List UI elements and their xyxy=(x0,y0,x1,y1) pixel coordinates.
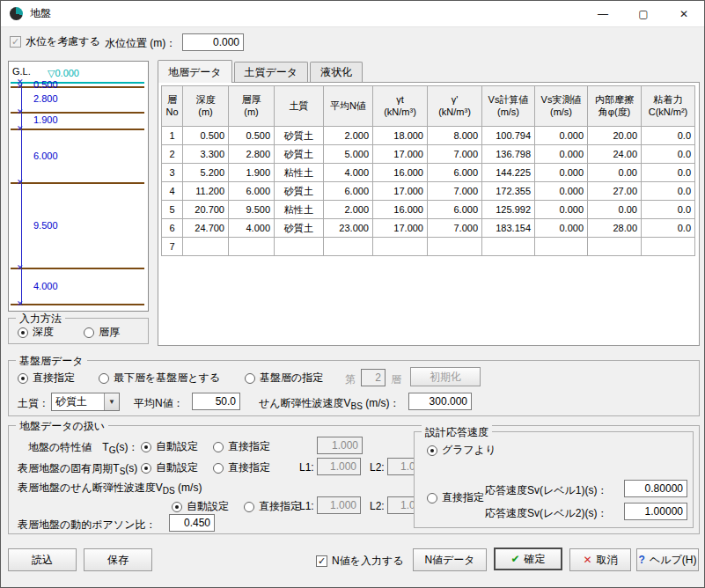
grid-cell[interactable]: 27.00 xyxy=(588,182,642,201)
radio-response-graph[interactable]: グラフより xyxy=(427,443,496,458)
grid-cell[interactable]: 11.200 xyxy=(183,182,229,201)
grid-cell[interactable]: 0.00 xyxy=(588,164,642,182)
sv1-input[interactable] xyxy=(624,480,687,497)
grid-cell[interactable]: 2.000 xyxy=(324,201,373,219)
grid-cell[interactable]: 0.000 xyxy=(535,201,588,219)
radio-vds-auto[interactable]: 自動設定 xyxy=(172,499,229,514)
grid-cell[interactable] xyxy=(229,238,275,256)
radio-tg-auto[interactable]: 自動設定 xyxy=(141,439,198,454)
maximize-button[interactable]: ▢ xyxy=(623,1,664,26)
grid-cell[interactable] xyxy=(482,238,535,256)
grid-cell[interactable]: 砂質土 xyxy=(275,182,324,201)
grid-cell[interactable]: 粘性土 xyxy=(275,201,324,219)
grid-cell[interactable]: 8.000 xyxy=(428,127,482,145)
grid-cell[interactable]: 20.00 xyxy=(588,127,642,145)
grid-cell[interactable]: 7.000 xyxy=(428,145,482,164)
tab-liquefaction[interactable]: 液状化 xyxy=(310,62,363,83)
cancel-button[interactable]: ✕取消 xyxy=(569,548,631,571)
grid-cell[interactable]: 125.992 xyxy=(482,201,535,219)
tab-layer-data[interactable]: 地層データ xyxy=(158,60,232,83)
avg-n-input[interactable] xyxy=(192,393,240,410)
poisson-input[interactable] xyxy=(169,514,215,532)
save-button[interactable]: 保存 xyxy=(84,548,152,571)
base-layer-number-input[interactable] xyxy=(361,369,386,386)
grid-cell[interactable]: 4.000 xyxy=(229,219,275,238)
grid-cell[interactable]: 17.000 xyxy=(373,219,428,238)
grid-cell[interactable]: 0.000 xyxy=(535,145,588,164)
grid-cell[interactable]: 144.225 xyxy=(482,164,535,182)
ts-l1-input[interactable] xyxy=(317,458,361,475)
water-position-input[interactable] xyxy=(182,33,244,51)
grid-cell[interactable]: 183.154 xyxy=(482,219,535,238)
grid-cell[interactable]: 0.00 xyxy=(588,201,642,219)
grid-cell[interactable]: 6.000 xyxy=(324,182,373,201)
grid-cell[interactable]: 18.000 xyxy=(373,127,428,145)
grid-cell[interactable]: 0.000 xyxy=(535,164,588,182)
grid-cell[interactable] xyxy=(324,238,373,256)
radio-base-specify[interactable]: 基盤層の指定 xyxy=(245,371,323,386)
consider-water-checkbox[interactable]: ✓ 水位を考慮する xyxy=(10,34,100,49)
grid-cell[interactable]: 24.700 xyxy=(183,219,229,238)
grid-cell[interactable]: 0.0 xyxy=(642,182,695,201)
tg-input[interactable] xyxy=(317,437,363,454)
grid-cell[interactable]: 136.798 xyxy=(482,145,535,164)
grid-cell[interactable]: 1.900 xyxy=(229,164,275,182)
grid-cell[interactable]: 0.000 xyxy=(535,127,588,145)
grid-cell[interactable]: 9.500 xyxy=(229,201,275,219)
grid-cell[interactable]: 23.000 xyxy=(324,219,373,238)
grid-cell[interactable]: 20.700 xyxy=(183,201,229,219)
tab-soil-data[interactable]: 土質データ xyxy=(234,62,309,83)
grid-cell[interactable]: 0.0 xyxy=(642,201,695,219)
grid-cell[interactable]: 100.794 xyxy=(482,127,535,145)
radio-ts-direct[interactable]: 直接指定 xyxy=(213,460,270,475)
grid-cell[interactable]: 24.00 xyxy=(588,145,642,164)
grid-cell[interactable]: 2.800 xyxy=(229,145,275,164)
grid-cell[interactable]: 0.0 xyxy=(642,164,695,182)
grid-cell[interactable]: 17.000 xyxy=(373,145,428,164)
load-button[interactable]: 読込 xyxy=(8,548,77,571)
grid-cell[interactable]: 0.0 xyxy=(642,219,695,238)
grid-cell[interactable]: 17.000 xyxy=(373,182,428,201)
vds-l1-input[interactable] xyxy=(317,496,361,514)
radio-ts-auto[interactable]: 自動設定 xyxy=(141,460,198,475)
grid-cell[interactable] xyxy=(428,238,482,256)
grid-cell[interactable] xyxy=(275,238,324,256)
grid-cell[interactable]: 砂質土 xyxy=(275,127,324,145)
radio-response-direct[interactable]: 直接指定 xyxy=(427,490,484,505)
radio-thickness[interactable]: 層厚 xyxy=(84,325,120,340)
grid-cell[interactable]: 4.000 xyxy=(324,164,373,182)
close-button[interactable]: ✕ xyxy=(664,1,704,26)
nvalue-data-button[interactable]: N値データ xyxy=(413,548,487,571)
radio-depth[interactable]: 深度 xyxy=(18,325,54,340)
grid-cell[interactable]: 5.200 xyxy=(183,164,229,182)
grid-cell[interactable] xyxy=(535,238,588,256)
grid-cell[interactable]: 7.000 xyxy=(428,219,482,238)
grid-cell[interactable] xyxy=(373,238,428,256)
grid-cell[interactable]: 2.000 xyxy=(324,127,373,145)
minimize-button[interactable]: — xyxy=(583,1,623,26)
soil-type-select[interactable]: 砂質土 ▼ xyxy=(51,393,120,411)
grid-cell[interactable]: 6.000 xyxy=(428,164,482,182)
grid-cell[interactable] xyxy=(642,238,695,256)
grid-cell[interactable]: 172.355 xyxy=(482,182,535,201)
grid-cell[interactable]: 0.0 xyxy=(642,145,695,164)
grid-cell[interactable]: 16.000 xyxy=(373,164,428,182)
grid-cell[interactable]: 0.000 xyxy=(535,219,588,238)
grid-cell[interactable]: 5.000 xyxy=(324,145,373,164)
initialize-button[interactable]: 初期化 xyxy=(410,367,481,386)
grid-cell[interactable]: 6.000 xyxy=(428,201,482,219)
confirm-button[interactable]: ✔確定 xyxy=(494,548,562,570)
help-button[interactable]: ?ヘルプ(H) xyxy=(636,548,699,571)
radio-base-lowest[interactable]: 最下層を基盤層とする xyxy=(99,371,220,386)
grid-cell[interactable]: 0.500 xyxy=(183,127,229,145)
grid-cell[interactable]: 砂質土 xyxy=(275,145,324,164)
grid-cell[interactable]: 28.00 xyxy=(588,219,642,238)
grid-cell[interactable]: 16.000 xyxy=(373,201,428,219)
radio-vds-direct[interactable]: 直接指定 xyxy=(244,499,301,514)
grid-cell[interactable] xyxy=(183,238,229,256)
radio-tg-direct[interactable]: 直接指定 xyxy=(213,439,270,454)
sv2-input[interactable] xyxy=(624,503,687,520)
grid-cell[interactable]: 7.000 xyxy=(428,182,482,201)
radio-base-direct[interactable]: 直接指定 xyxy=(18,371,75,386)
grid-cell[interactable] xyxy=(588,238,642,256)
